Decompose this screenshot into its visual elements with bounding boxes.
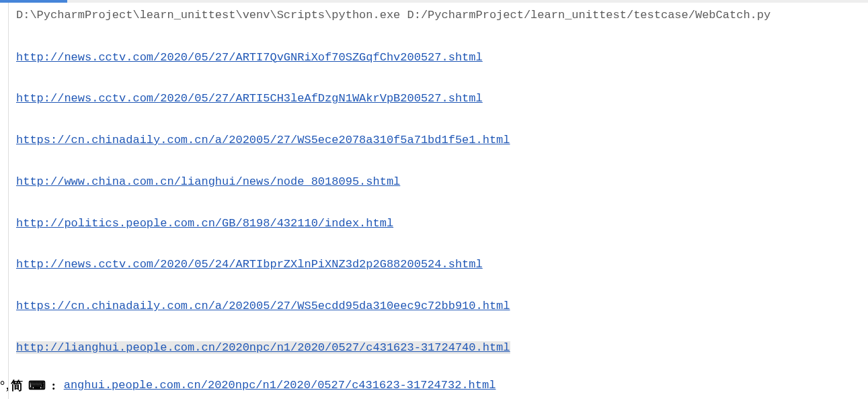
url-line: http://news.cctv.com/2020/05/27/ARTI5CH3…: [16, 91, 868, 107]
console-active-tab-indicator: [0, 0, 67, 3]
output-url[interactable]: http://politics.people.com.cn/GB/8198/43…: [16, 217, 393, 230]
output-url[interactable]: http://lianghui.people.com.cn/2020npc/n1…: [16, 341, 510, 354]
url-line: http://www.china.com.cn/lianghui/news/no…: [16, 174, 868, 190]
console-output: D:\PycharmProject\learn_unittest\venv\Sc…: [0, 0, 868, 394]
url-line: http://news.cctv.com/2020/05/27/ARTI7QvG…: [16, 50, 868, 66]
console-top-border: [0, 0, 868, 3]
output-url[interactable]: http://news.cctv.com/2020/05/27/ARTI7QvG…: [16, 51, 483, 64]
output-url[interactable]: https://cn.chinadaily.com.cn/a/202005/27…: [16, 300, 510, 312]
output-url[interactable]: https://cn.chinadaily.com.cn/a/202005/27…: [16, 134, 510, 146]
output-url[interactable]: http://www.china.com.cn/lianghui/news/no…: [16, 175, 400, 188]
url-line: https://cn.chinadaily.com.cn/a/202005/27…: [16, 298, 868, 314]
output-url[interactable]: http://news.cctv.com/2020/05/27/ARTI5CH3…: [16, 92, 483, 105]
output-url-partial[interactable]: anghui.people.com.cn/2020npc/n1/2020/052…: [64, 379, 496, 392]
command-line: D:\PycharmProject\learn_unittest\venv\Sc…: [16, 7, 868, 24]
last-output-row: °,简 ⌨ : anghui.people.com.cn/2020npc/n1/…: [16, 378, 868, 394]
url-list: http://news.cctv.com/2020/05/27/ARTI7QvG…: [16, 50, 868, 356]
output-url[interactable]: http://news.cctv.com/2020/05/24/ARTIbprZ…: [16, 258, 483, 271]
url-line: http://lianghui.people.com.cn/2020npc/n1…: [16, 340, 868, 356]
console-gutter-border: [8, 3, 9, 399]
url-line: https://cn.chinadaily.com.cn/a/202005/27…: [16, 132, 868, 148]
url-line: http://politics.people.com.cn/GB/8198/43…: [16, 216, 868, 232]
url-line: http://news.cctv.com/2020/05/24/ARTIbprZ…: [16, 257, 868, 273]
